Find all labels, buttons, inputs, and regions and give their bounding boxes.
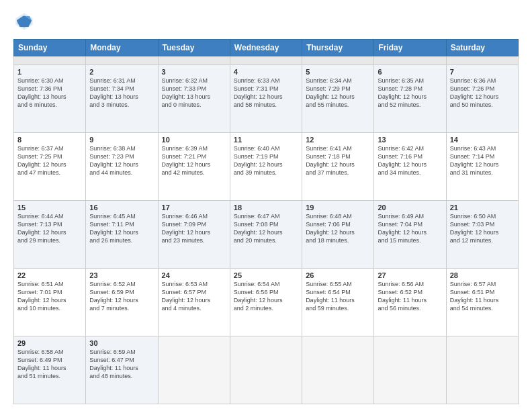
day-info: Sunrise: 6:41 AM Sunset: 7:18 PM Dayligh… <box>306 144 370 177</box>
day-info: Sunrise: 6:34 AM Sunset: 7:29 PM Dayligh… <box>306 77 370 109</box>
calendar-week-row: 22Sunrise: 6:51 AM Sunset: 7:01 PM Dayli… <box>14 268 519 336</box>
day-info: Sunrise: 6:40 AM Sunset: 7:19 PM Dayligh… <box>234 144 298 177</box>
calendar-cell <box>374 336 446 404</box>
weekday-header: Thursday <box>302 40 374 56</box>
calendar-week-row: 8Sunrise: 6:37 AM Sunset: 7:25 PM Daylig… <box>14 132 519 200</box>
day-info: Sunrise: 6:51 AM Sunset: 7:01 PM Dayligh… <box>17 280 82 313</box>
calendar-cell: 9Sunrise: 6:38 AM Sunset: 7:23 PM Daylig… <box>86 132 158 200</box>
day-number: 1 <box>17 68 82 76</box>
calendar-cell: 14Sunrise: 6:43 AM Sunset: 7:14 PM Dayli… <box>446 132 518 200</box>
calendar-cell: 30Sunrise: 6:59 AM Sunset: 6:47 PM Dayli… <box>86 336 158 404</box>
calendar-cell <box>86 56 158 65</box>
calendar-cell <box>158 56 230 65</box>
calendar-cell: 24Sunrise: 6:53 AM Sunset: 6:57 PM Dayli… <box>158 268 230 336</box>
header <box>13 11 519 32</box>
day-number: 30 <box>89 339 154 347</box>
calendar-cell <box>302 56 374 65</box>
day-number: 9 <box>89 136 154 144</box>
calendar-week-row <box>14 56 519 65</box>
calendar-table: SundayMondayTuesdayWednesdayThursdayFrid… <box>13 39 519 404</box>
calendar-cell: 7Sunrise: 6:36 AM Sunset: 7:26 PM Daylig… <box>446 64 518 132</box>
day-info: Sunrise: 6:54 AM Sunset: 6:56 PM Dayligh… <box>234 280 298 313</box>
calendar-cell: 6Sunrise: 6:35 AM Sunset: 7:28 PM Daylig… <box>374 64 446 132</box>
calendar-cell <box>230 56 302 65</box>
calendar-cell <box>14 56 86 65</box>
day-info: Sunrise: 6:47 AM Sunset: 7:08 PM Dayligh… <box>234 212 298 245</box>
calendar-cell: 18Sunrise: 6:47 AM Sunset: 7:08 PM Dayli… <box>230 200 302 268</box>
calendar-cell: 8Sunrise: 6:37 AM Sunset: 7:25 PM Daylig… <box>14 132 86 200</box>
calendar-cell: 11Sunrise: 6:40 AM Sunset: 7:19 PM Dayli… <box>230 132 302 200</box>
calendar-cell: 16Sunrise: 6:45 AM Sunset: 7:11 PM Dayli… <box>86 200 158 268</box>
day-number: 13 <box>378 136 442 144</box>
day-number: 25 <box>234 271 298 279</box>
calendar-cell <box>158 336 230 404</box>
day-number: 20 <box>378 203 442 212</box>
day-number: 22 <box>17 271 82 279</box>
calendar-cell: 2Sunrise: 6:31 AM Sunset: 7:34 PM Daylig… <box>86 64 158 132</box>
calendar-week-row: 1Sunrise: 6:30 AM Sunset: 7:36 PM Daylig… <box>14 64 519 132</box>
day-number: 27 <box>378 271 442 279</box>
day-info: Sunrise: 6:30 AM Sunset: 7:36 PM Dayligh… <box>17 77 82 109</box>
day-info: Sunrise: 6:42 AM Sunset: 7:16 PM Dayligh… <box>378 144 442 177</box>
calendar-cell: 19Sunrise: 6:48 AM Sunset: 7:06 PM Dayli… <box>302 200 374 268</box>
day-number: 28 <box>450 271 515 279</box>
weekday-header: Tuesday <box>158 40 230 56</box>
calendar-cell: 23Sunrise: 6:52 AM Sunset: 6:59 PM Dayli… <box>86 268 158 336</box>
day-info: Sunrise: 6:49 AM Sunset: 7:04 PM Dayligh… <box>378 212 442 245</box>
calendar-cell: 15Sunrise: 6:44 AM Sunset: 7:13 PM Dayli… <box>14 200 86 268</box>
day-number: 4 <box>234 68 298 76</box>
day-number: 14 <box>450 136 515 144</box>
day-number: 11 <box>234 136 298 144</box>
calendar-cell: 29Sunrise: 6:58 AM Sunset: 6:49 PM Dayli… <box>14 336 86 404</box>
day-info: Sunrise: 6:45 AM Sunset: 7:11 PM Dayligh… <box>89 212 154 245</box>
day-number: 3 <box>162 68 226 76</box>
day-info: Sunrise: 6:53 AM Sunset: 6:57 PM Dayligh… <box>162 280 226 313</box>
calendar-header-row: SundayMondayTuesdayWednesdayThursdayFrid… <box>14 40 519 56</box>
day-info: Sunrise: 6:57 AM Sunset: 6:51 PM Dayligh… <box>450 280 515 313</box>
day-info: Sunrise: 6:59 AM Sunset: 6:47 PM Dayligh… <box>89 348 154 381</box>
day-info: Sunrise: 6:32 AM Sunset: 7:33 PM Dayligh… <box>162 77 226 109</box>
day-number: 8 <box>17 136 82 144</box>
day-info: Sunrise: 6:36 AM Sunset: 7:26 PM Dayligh… <box>450 77 515 109</box>
calendar-week-row: 29Sunrise: 6:58 AM Sunset: 6:49 PM Dayli… <box>14 336 519 404</box>
logo <box>13 11 38 32</box>
day-number: 26 <box>306 271 370 279</box>
calendar-cell: 1Sunrise: 6:30 AM Sunset: 7:36 PM Daylig… <box>14 64 86 132</box>
weekday-header: Saturday <box>446 40 518 56</box>
calendar-cell: 22Sunrise: 6:51 AM Sunset: 7:01 PM Dayli… <box>14 268 86 336</box>
day-number: 5 <box>306 68 370 76</box>
day-info: Sunrise: 6:46 AM Sunset: 7:09 PM Dayligh… <box>162 212 226 245</box>
calendar-cell: 20Sunrise: 6:49 AM Sunset: 7:04 PM Dayli… <box>374 200 446 268</box>
calendar-cell: 3Sunrise: 6:32 AM Sunset: 7:33 PM Daylig… <box>158 64 230 132</box>
day-number: 2 <box>89 68 154 76</box>
day-info: Sunrise: 6:58 AM Sunset: 6:49 PM Dayligh… <box>17 348 82 381</box>
calendar-cell <box>230 336 302 404</box>
calendar-cell: 17Sunrise: 6:46 AM Sunset: 7:09 PM Dayli… <box>158 200 230 268</box>
day-number: 10 <box>162 136 226 144</box>
day-number: 12 <box>306 136 370 144</box>
day-info: Sunrise: 6:44 AM Sunset: 7:13 PM Dayligh… <box>17 212 82 245</box>
calendar-cell: 13Sunrise: 6:42 AM Sunset: 7:16 PM Dayli… <box>374 132 446 200</box>
calendar-cell: 12Sunrise: 6:41 AM Sunset: 7:18 PM Dayli… <box>302 132 374 200</box>
day-number: 18 <box>234 203 298 212</box>
day-number: 6 <box>378 68 442 76</box>
weekday-header: Monday <box>86 40 158 56</box>
day-number: 7 <box>450 68 515 76</box>
calendar-cell: 26Sunrise: 6:55 AM Sunset: 6:54 PM Dayli… <box>302 268 374 336</box>
day-number: 24 <box>162 271 226 279</box>
calendar-cell: 27Sunrise: 6:56 AM Sunset: 6:52 PM Dayli… <box>374 268 446 336</box>
weekday-header: Friday <box>374 40 446 56</box>
logo-icon <box>13 11 35 32</box>
day-info: Sunrise: 6:35 AM Sunset: 7:28 PM Dayligh… <box>378 77 442 109</box>
weekday-header: Sunday <box>14 40 86 56</box>
calendar-cell: 21Sunrise: 6:50 AM Sunset: 7:03 PM Dayli… <box>446 200 518 268</box>
day-info: Sunrise: 6:31 AM Sunset: 7:34 PM Dayligh… <box>89 77 154 109</box>
page: SundayMondayTuesdayWednesdayThursdayFrid… <box>0 0 532 411</box>
day-info: Sunrise: 6:52 AM Sunset: 6:59 PM Dayligh… <box>89 280 154 313</box>
day-info: Sunrise: 6:50 AM Sunset: 7:03 PM Dayligh… <box>450 212 515 245</box>
day-number: 29 <box>17 339 82 347</box>
calendar-cell: 25Sunrise: 6:54 AM Sunset: 6:56 PM Dayli… <box>230 268 302 336</box>
day-info: Sunrise: 6:55 AM Sunset: 6:54 PM Dayligh… <box>306 280 370 313</box>
calendar-cell: 5Sunrise: 6:34 AM Sunset: 7:29 PM Daylig… <box>302 64 374 132</box>
calendar-cell <box>446 56 518 65</box>
